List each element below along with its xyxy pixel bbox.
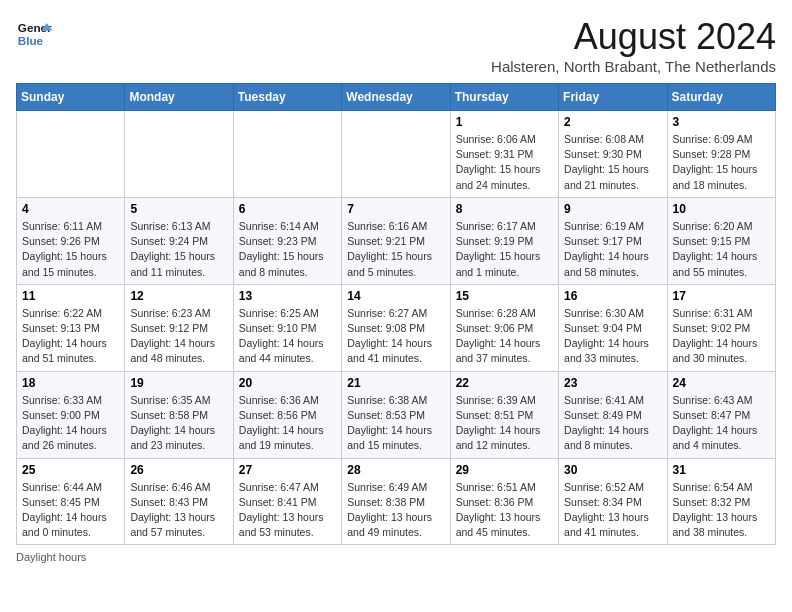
calendar-week-3: 11Sunrise: 6:22 AMSunset: 9:13 PMDayligh… — [17, 284, 776, 371]
day-info: Sunrise: 6:38 AMSunset: 8:53 PMDaylight:… — [347, 393, 444, 454]
page-header: General Blue August 2024 Halsteren, Nort… — [16, 16, 776, 75]
day-info: Sunrise: 6:19 AMSunset: 9:17 PMDaylight:… — [564, 219, 661, 280]
day-number: 11 — [22, 289, 119, 303]
calendar-cell: 10Sunrise: 6:20 AMSunset: 9:15 PMDayligh… — [667, 197, 775, 284]
day-number: 31 — [673, 463, 770, 477]
calendar-cell: 23Sunrise: 6:41 AMSunset: 8:49 PMDayligh… — [559, 371, 667, 458]
day-info: Sunrise: 6:14 AMSunset: 9:23 PMDaylight:… — [239, 219, 336, 280]
calendar-cell: 28Sunrise: 6:49 AMSunset: 8:38 PMDayligh… — [342, 458, 450, 545]
calendar-cell: 17Sunrise: 6:31 AMSunset: 9:02 PMDayligh… — [667, 284, 775, 371]
day-number: 22 — [456, 376, 553, 390]
day-number: 12 — [130, 289, 227, 303]
calendar-dow-monday: Monday — [125, 84, 233, 111]
day-number: 26 — [130, 463, 227, 477]
day-info: Sunrise: 6:33 AMSunset: 9:00 PMDaylight:… — [22, 393, 119, 454]
calendar-week-5: 25Sunrise: 6:44 AMSunset: 8:45 PMDayligh… — [17, 458, 776, 545]
day-info: Sunrise: 6:31 AMSunset: 9:02 PMDaylight:… — [673, 306, 770, 367]
calendar-dow-thursday: Thursday — [450, 84, 558, 111]
day-number: 7 — [347, 202, 444, 216]
day-info: Sunrise: 6:47 AMSunset: 8:41 PMDaylight:… — [239, 480, 336, 541]
calendar-cell — [342, 111, 450, 198]
calendar-cell: 9Sunrise: 6:19 AMSunset: 9:17 PMDaylight… — [559, 197, 667, 284]
day-info: Sunrise: 6:39 AMSunset: 8:51 PMDaylight:… — [456, 393, 553, 454]
svg-text:Blue: Blue — [18, 34, 44, 47]
calendar-cell: 12Sunrise: 6:23 AMSunset: 9:12 PMDayligh… — [125, 284, 233, 371]
calendar-cell: 15Sunrise: 6:28 AMSunset: 9:06 PMDayligh… — [450, 284, 558, 371]
calendar-header-row: SundayMondayTuesdayWednesdayThursdayFrid… — [17, 84, 776, 111]
calendar-cell: 16Sunrise: 6:30 AMSunset: 9:04 PMDayligh… — [559, 284, 667, 371]
day-info: Sunrise: 6:41 AMSunset: 8:49 PMDaylight:… — [564, 393, 661, 454]
day-info: Sunrise: 6:36 AMSunset: 8:56 PMDaylight:… — [239, 393, 336, 454]
calendar-cell — [17, 111, 125, 198]
day-number: 13 — [239, 289, 336, 303]
day-info: Sunrise: 6:27 AMSunset: 9:08 PMDaylight:… — [347, 306, 444, 367]
day-number: 18 — [22, 376, 119, 390]
day-info: Sunrise: 6:30 AMSunset: 9:04 PMDaylight:… — [564, 306, 661, 367]
day-number: 30 — [564, 463, 661, 477]
page-title: August 2024 — [491, 16, 776, 58]
calendar-cell: 29Sunrise: 6:51 AMSunset: 8:36 PMDayligh… — [450, 458, 558, 545]
day-info: Sunrise: 6:11 AMSunset: 9:26 PMDaylight:… — [22, 219, 119, 280]
day-info: Sunrise: 6:06 AMSunset: 9:31 PMDaylight:… — [456, 132, 553, 193]
calendar-cell: 27Sunrise: 6:47 AMSunset: 8:41 PMDayligh… — [233, 458, 341, 545]
title-block: August 2024 Halsteren, North Brabant, Th… — [491, 16, 776, 75]
calendar-cell: 11Sunrise: 6:22 AMSunset: 9:13 PMDayligh… — [17, 284, 125, 371]
calendar-cell: 22Sunrise: 6:39 AMSunset: 8:51 PMDayligh… — [450, 371, 558, 458]
calendar-cell: 31Sunrise: 6:54 AMSunset: 8:32 PMDayligh… — [667, 458, 775, 545]
calendar-week-1: 1Sunrise: 6:06 AMSunset: 9:31 PMDaylight… — [17, 111, 776, 198]
day-number: 14 — [347, 289, 444, 303]
day-number: 1 — [456, 115, 553, 129]
day-number: 19 — [130, 376, 227, 390]
day-number: 3 — [673, 115, 770, 129]
day-info: Sunrise: 6:23 AMSunset: 9:12 PMDaylight:… — [130, 306, 227, 367]
logo-icon: General Blue — [16, 16, 52, 52]
logo: General Blue — [16, 16, 52, 52]
day-info: Sunrise: 6:09 AMSunset: 9:28 PMDaylight:… — [673, 132, 770, 193]
calendar-cell: 1Sunrise: 6:06 AMSunset: 9:31 PMDaylight… — [450, 111, 558, 198]
day-number: 6 — [239, 202, 336, 216]
calendar-cell: 4Sunrise: 6:11 AMSunset: 9:26 PMDaylight… — [17, 197, 125, 284]
day-number: 23 — [564, 376, 661, 390]
day-info: Sunrise: 6:13 AMSunset: 9:24 PMDaylight:… — [130, 219, 227, 280]
calendar-cell: 7Sunrise: 6:16 AMSunset: 9:21 PMDaylight… — [342, 197, 450, 284]
day-number: 10 — [673, 202, 770, 216]
calendar-cell: 18Sunrise: 6:33 AMSunset: 9:00 PMDayligh… — [17, 371, 125, 458]
calendar-cell: 8Sunrise: 6:17 AMSunset: 9:19 PMDaylight… — [450, 197, 558, 284]
day-info: Sunrise: 6:51 AMSunset: 8:36 PMDaylight:… — [456, 480, 553, 541]
footer-note: Daylight hours — [16, 551, 776, 563]
day-number: 27 — [239, 463, 336, 477]
day-info: Sunrise: 6:44 AMSunset: 8:45 PMDaylight:… — [22, 480, 119, 541]
calendar-table: SundayMondayTuesdayWednesdayThursdayFrid… — [16, 83, 776, 545]
day-info: Sunrise: 6:54 AMSunset: 8:32 PMDaylight:… — [673, 480, 770, 541]
page-subtitle: Halsteren, North Brabant, The Netherland… — [491, 58, 776, 75]
calendar-cell — [233, 111, 341, 198]
calendar-cell: 20Sunrise: 6:36 AMSunset: 8:56 PMDayligh… — [233, 371, 341, 458]
calendar-cell: 19Sunrise: 6:35 AMSunset: 8:58 PMDayligh… — [125, 371, 233, 458]
day-number: 17 — [673, 289, 770, 303]
day-info: Sunrise: 6:16 AMSunset: 9:21 PMDaylight:… — [347, 219, 444, 280]
day-number: 29 — [456, 463, 553, 477]
calendar-dow-saturday: Saturday — [667, 84, 775, 111]
day-info: Sunrise: 6:46 AMSunset: 8:43 PMDaylight:… — [130, 480, 227, 541]
calendar-cell: 24Sunrise: 6:43 AMSunset: 8:47 PMDayligh… — [667, 371, 775, 458]
day-number: 5 — [130, 202, 227, 216]
calendar-cell: 26Sunrise: 6:46 AMSunset: 8:43 PMDayligh… — [125, 458, 233, 545]
day-number: 8 — [456, 202, 553, 216]
calendar-cell — [125, 111, 233, 198]
calendar-week-4: 18Sunrise: 6:33 AMSunset: 9:00 PMDayligh… — [17, 371, 776, 458]
day-number: 4 — [22, 202, 119, 216]
day-info: Sunrise: 6:20 AMSunset: 9:15 PMDaylight:… — [673, 219, 770, 280]
day-info: Sunrise: 6:25 AMSunset: 9:10 PMDaylight:… — [239, 306, 336, 367]
calendar-dow-wednesday: Wednesday — [342, 84, 450, 111]
day-info: Sunrise: 6:22 AMSunset: 9:13 PMDaylight:… — [22, 306, 119, 367]
day-number: 24 — [673, 376, 770, 390]
calendar-cell: 2Sunrise: 6:08 AMSunset: 9:30 PMDaylight… — [559, 111, 667, 198]
calendar-cell: 14Sunrise: 6:27 AMSunset: 9:08 PMDayligh… — [342, 284, 450, 371]
day-number: 25 — [22, 463, 119, 477]
day-number: 20 — [239, 376, 336, 390]
calendar-cell: 5Sunrise: 6:13 AMSunset: 9:24 PMDaylight… — [125, 197, 233, 284]
day-number: 9 — [564, 202, 661, 216]
day-info: Sunrise: 6:08 AMSunset: 9:30 PMDaylight:… — [564, 132, 661, 193]
day-info: Sunrise: 6:43 AMSunset: 8:47 PMDaylight:… — [673, 393, 770, 454]
calendar-cell: 30Sunrise: 6:52 AMSunset: 8:34 PMDayligh… — [559, 458, 667, 545]
